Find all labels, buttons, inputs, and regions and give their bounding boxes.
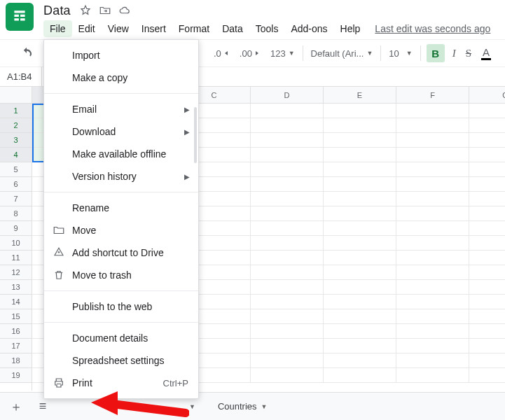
cell[interactable] bbox=[251, 104, 324, 118]
cell[interactable] bbox=[396, 221, 469, 236]
menu-document-details[interactable]: Document details bbox=[44, 327, 198, 349]
menu-print[interactable]: Print Ctrl+P bbox=[44, 372, 198, 394]
cell[interactable] bbox=[469, 339, 505, 354]
col-header[interactable]: E bbox=[324, 87, 396, 103]
row-header[interactable]: 15 bbox=[0, 309, 32, 324]
cell[interactable] bbox=[396, 133, 469, 148]
menu-download[interactable]: Download▶ bbox=[44, 120, 198, 143]
cell[interactable] bbox=[469, 265, 505, 280]
cell[interactable] bbox=[469, 251, 505, 265]
cell[interactable] bbox=[469, 148, 505, 162]
cell[interactable] bbox=[469, 192, 505, 206]
document-title[interactable]: Data bbox=[43, 4, 71, 18]
menu-version-history[interactable]: Version history▶ bbox=[44, 165, 198, 188]
cell[interactable] bbox=[251, 133, 324, 148]
add-sheet-button[interactable]: ＋ bbox=[4, 396, 28, 417]
menu-spreadsheet-settings[interactable]: Spreadsheet settings bbox=[44, 349, 198, 372]
cell[interactable] bbox=[251, 309, 324, 324]
row-header[interactable]: 1 bbox=[0, 104, 32, 118]
cell[interactable] bbox=[324, 236, 396, 251]
cell[interactable] bbox=[396, 324, 469, 339]
cell[interactable] bbox=[251, 177, 324, 192]
decrease-decimal-button[interactable]: .0 bbox=[212, 46, 232, 62]
menu-offline[interactable]: Make available offline bbox=[44, 143, 198, 165]
cell[interactable] bbox=[251, 162, 324, 177]
cell[interactable] bbox=[251, 192, 324, 206]
cell[interactable] bbox=[324, 192, 396, 206]
cell[interactable] bbox=[469, 177, 505, 192]
cell[interactable] bbox=[396, 148, 469, 162]
cell[interactable] bbox=[469, 324, 505, 339]
cell[interactable] bbox=[469, 295, 505, 309]
row-header[interactable]: 3 bbox=[0, 133, 32, 148]
row-header[interactable]: 7 bbox=[0, 192, 32, 206]
sheets-logo-icon[interactable] bbox=[6, 3, 34, 31]
cell[interactable] bbox=[469, 309, 505, 324]
name-box[interactable]: A1:B4 bbox=[0, 67, 42, 86]
font-family-select[interactable]: Default (Ari...▼ bbox=[309, 46, 375, 62]
cell[interactable] bbox=[324, 133, 396, 148]
strikethrough-button[interactable]: S bbox=[464, 45, 473, 62]
row-header[interactable]: 2 bbox=[0, 118, 32, 133]
star-icon[interactable] bbox=[79, 4, 92, 17]
cell[interactable] bbox=[251, 354, 324, 368]
cell[interactable] bbox=[251, 236, 324, 251]
cell[interactable] bbox=[469, 162, 505, 177]
menu-move[interactable]: Move bbox=[44, 219, 198, 241]
select-all-corner[interactable] bbox=[0, 87, 32, 104]
menu-file[interactable]: File bbox=[43, 20, 72, 37]
row-header[interactable]: 5 bbox=[0, 162, 32, 177]
menu-data[interactable]: Data bbox=[216, 20, 249, 37]
col-header[interactable]: G bbox=[469, 87, 505, 103]
row-header[interactable]: 8 bbox=[0, 206, 32, 221]
cell[interactable] bbox=[324, 162, 396, 177]
menu-addons[interactable]: Add-ons bbox=[284, 20, 333, 37]
cell[interactable] bbox=[324, 295, 396, 309]
cell[interactable] bbox=[469, 221, 505, 236]
col-header[interactable]: F bbox=[396, 87, 469, 103]
row-header[interactable]: 14 bbox=[0, 295, 32, 309]
last-edit-link[interactable]: Last edit was seconds ago bbox=[375, 23, 490, 34]
cell[interactable] bbox=[396, 295, 469, 309]
cell[interactable] bbox=[324, 104, 396, 118]
cell[interactable] bbox=[396, 177, 469, 192]
cell[interactable] bbox=[396, 368, 469, 383]
cell[interactable] bbox=[251, 280, 324, 295]
menu-add-shortcut[interactable]: Add shortcut to Drive bbox=[44, 241, 198, 264]
cell[interactable] bbox=[324, 251, 396, 265]
cell[interactable] bbox=[469, 133, 505, 148]
cell[interactable] bbox=[396, 104, 469, 118]
undo-button[interactable] bbox=[20, 46, 34, 60]
row-header[interactable]: 16 bbox=[0, 324, 32, 339]
cell[interactable] bbox=[469, 354, 505, 368]
row-header[interactable]: 9 bbox=[0, 221, 32, 236]
menu-email[interactable]: Email▶ bbox=[44, 98, 198, 120]
cell[interactable] bbox=[396, 339, 469, 354]
all-sheets-button[interactable]: ≡ bbox=[31, 396, 55, 417]
cell[interactable] bbox=[396, 354, 469, 368]
row-header[interactable]: 13 bbox=[0, 280, 32, 295]
cell[interactable] bbox=[469, 368, 505, 383]
row-header[interactable]: 4 bbox=[0, 148, 32, 162]
cell[interactable] bbox=[396, 251, 469, 265]
col-header[interactable]: D bbox=[251, 87, 324, 103]
menu-format[interactable]: Format bbox=[172, 20, 216, 37]
menu-make-copy[interactable]: Make a copy bbox=[44, 66, 198, 89]
cell[interactable] bbox=[396, 309, 469, 324]
cell[interactable] bbox=[251, 339, 324, 354]
cell[interactable] bbox=[324, 280, 396, 295]
row-header[interactable]: 12 bbox=[0, 265, 32, 280]
cell[interactable] bbox=[251, 221, 324, 236]
cell[interactable] bbox=[469, 280, 505, 295]
menu-insert[interactable]: Insert bbox=[135, 20, 172, 37]
sheet-tab[interactable]: ▼ bbox=[179, 396, 205, 417]
cell[interactable] bbox=[396, 236, 469, 251]
menu-view[interactable]: View bbox=[102, 20, 135, 37]
menu-import[interactable]: Import bbox=[44, 44, 198, 66]
cell[interactable] bbox=[396, 162, 469, 177]
cell[interactable] bbox=[324, 177, 396, 192]
cell[interactable] bbox=[251, 324, 324, 339]
cell[interactable] bbox=[324, 354, 396, 368]
cell[interactable] bbox=[324, 324, 396, 339]
cloud-status-icon[interactable] bbox=[118, 4, 131, 17]
